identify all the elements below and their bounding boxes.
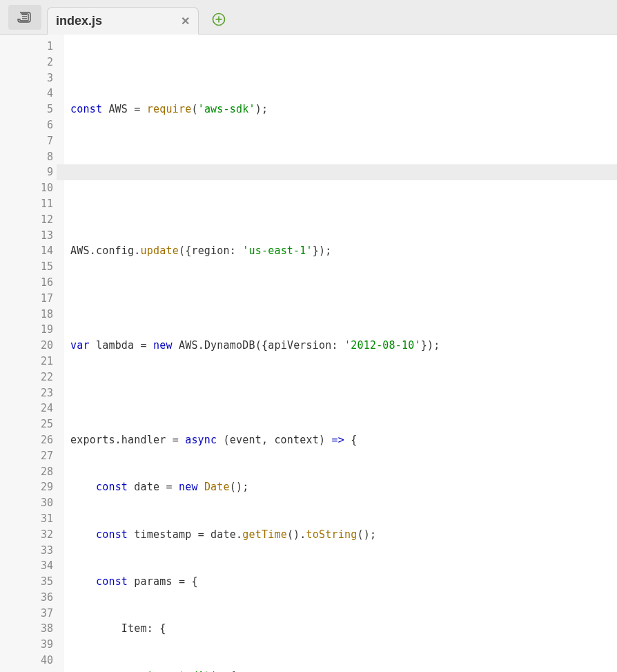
line-number: 26	[0, 432, 53, 448]
plus-icon	[212, 12, 226, 26]
line-number: 13	[0, 228, 53, 244]
line-number: 21	[0, 354, 53, 369]
tab-bar: index.js ✕	[0, 0, 617, 35]
add-tab-button[interactable]	[208, 9, 229, 30]
line-number: 6	[0, 117, 53, 133]
line-number: 22	[0, 369, 53, 385]
line-number: 30	[0, 495, 53, 511]
line-number: 23	[0, 385, 53, 401]
line-number: 16	[0, 275, 53, 291]
line-number: 8	[0, 149, 53, 165]
line-number: 17	[0, 291, 53, 307]
line-number: 29	[0, 479, 53, 495]
editor-window: index.js ✕ 12345678910111213141516171819…	[0, 0, 617, 672]
line-number: 19	[0, 322, 53, 338]
line-number: 40	[0, 653, 53, 669]
line-number: 38	[0, 621, 53, 637]
tab-index-js[interactable]: index.js ✕	[47, 7, 199, 35]
line-number: 15	[0, 259, 53, 275]
line-number: 32	[0, 527, 53, 543]
keyword-const: const	[70, 103, 102, 115]
line-number: 2	[0, 55, 53, 70]
scroll-icon[interactable]	[8, 5, 41, 30]
line-number: 34	[0, 558, 53, 574]
line-number: 33	[0, 543, 53, 559]
line-number: 5	[0, 102, 53, 117]
current-line-highlight	[57, 164, 617, 180]
line-number: 10	[0, 180, 53, 196]
line-number: 9	[0, 164, 53, 180]
line-number-gutter: 1234567891011121314151617181920212223242…	[0, 35, 63, 672]
line-number: 24	[0, 401, 53, 416]
line-number: 36	[0, 590, 53, 606]
line-number: 12	[0, 212, 53, 228]
line-number: 39	[0, 637, 53, 653]
line-number: 28	[0, 464, 53, 480]
line-number: 27	[0, 448, 53, 464]
line-number: 1	[0, 39, 53, 55]
close-icon[interactable]: ✕	[181, 15, 190, 28]
line-number: 20	[0, 338, 53, 354]
line-number: 4	[0, 86, 53, 102]
line-number: 37	[0, 606, 53, 622]
line-number: 18	[0, 307, 53, 323]
scroll-icon-svg	[17, 11, 32, 23]
line-number: 7	[0, 133, 53, 149]
line-number: 31	[0, 511, 53, 527]
tab-title: index.js	[56, 14, 102, 28]
line-number: 25	[0, 416, 53, 432]
line-number: 3	[0, 70, 53, 86]
code-area[interactable]: const AWS = require('aws-sdk'); AWS.conf…	[63, 35, 617, 672]
line-number: 35	[0, 574, 53, 590]
line-number: 11	[0, 196, 53, 212]
editor: 1234567891011121314151617181920212223242…	[0, 35, 617, 672]
line-number: 14	[0, 243, 53, 259]
